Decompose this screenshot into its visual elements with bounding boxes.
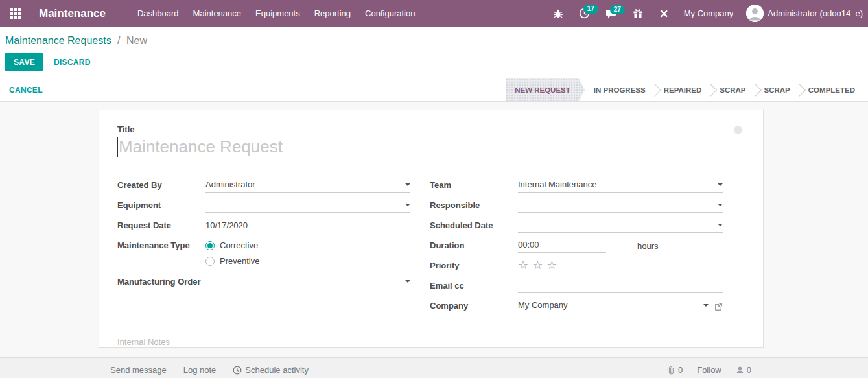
- dropdown-caret-icon[interactable]: [405, 280, 410, 283]
- radio-corrective-label: Corrective: [220, 241, 258, 250]
- company-switcher[interactable]: My Company: [684, 8, 734, 18]
- stage-scrap-1[interactable]: SCRAP: [710, 78, 755, 101]
- dropdown-caret-icon[interactable]: [703, 304, 709, 307]
- field-priority: Priority ☆ ☆ ☆: [430, 259, 723, 274]
- debug-bug-button[interactable]: [547, 3, 569, 24]
- request-date-value[interactable]: 10/17/2020: [205, 219, 248, 230]
- external-link-button[interactable]: [714, 302, 723, 311]
- breadcrumb-parent-link[interactable]: Maintenance Requests: [5, 35, 111, 46]
- field-maintenance-type: Maintenance Type Corrective Preventive: [117, 239, 410, 266]
- schedule-activity-label: Schedule activity: [245, 365, 309, 375]
- priority-stars: ☆ ☆ ☆: [518, 259, 557, 271]
- stage-label: REPAIRED: [664, 86, 702, 94]
- manufacturing-order-label: Manufacturing Order: [117, 275, 205, 287]
- field-columns: Created By Administrator Equipment Reque…: [117, 178, 744, 319]
- send-message-button[interactable]: Send message: [110, 365, 167, 375]
- apps-menu-button[interactable]: [0, 0, 30, 27]
- radio-corrective[interactable]: Corrective: [205, 241, 259, 250]
- field-equipment: Equipment: [117, 198, 410, 214]
- radio-selected-icon: [205, 241, 215, 250]
- created-by-label: Created By: [117, 178, 205, 190]
- star-icon[interactable]: ☆: [518, 259, 528, 271]
- gift-button[interactable]: [627, 3, 649, 24]
- follower-person-icon: [736, 366, 744, 374]
- log-note-button[interactable]: Log note: [183, 365, 217, 375]
- user-menu[interactable]: Administrator (odoo14_e): [746, 5, 863, 22]
- cancel-button[interactable]: CANCEL: [9, 86, 43, 95]
- support-tools-button[interactable]: [653, 3, 675, 24]
- left-column: Created By Administrator Equipment Reque…: [117, 178, 410, 319]
- messages-button[interactable]: 27: [600, 3, 623, 24]
- field-responsible: Responsible: [430, 198, 723, 214]
- stage-new-request[interactable]: NEW REQUEST: [506, 78, 585, 101]
- chatter-bar: Send message Log note Schedule activity …: [0, 357, 868, 378]
- dropdown-caret-icon[interactable]: [405, 183, 410, 186]
- team-value[interactable]: Internal Maintenance: [518, 180, 714, 189]
- title-field-label: Title: [117, 124, 744, 134]
- dropdown-caret-icon[interactable]: [718, 204, 723, 206]
- email-cc-label: Email cc: [430, 279, 518, 290]
- attachments-button[interactable]: 0: [667, 365, 683, 375]
- breadcrumb-separator: /: [117, 35, 120, 46]
- dropdown-caret-icon[interactable]: [718, 224, 723, 226]
- discard-button[interactable]: DISCARD: [54, 58, 91, 67]
- created-by-value[interactable]: Administrator: [205, 180, 401, 189]
- responsible-label: Responsible: [430, 198, 518, 210]
- radio-unselected-icon: [205, 257, 215, 266]
- stage-repaired[interactable]: REPAIRED: [655, 78, 711, 101]
- company-label: Company: [430, 299, 518, 311]
- breadcrumb: Maintenance Requests / New: [5, 32, 863, 53]
- maintenance-type-radio-group: Corrective Preventive: [205, 239, 259, 266]
- kanban-state-dot[interactable]: [734, 126, 742, 134]
- created-by-control[interactable]: Administrator: [205, 178, 410, 193]
- stage-in-progress[interactable]: IN PROGRESS: [585, 78, 655, 101]
- company-control[interactable]: My Company: [518, 299, 723, 313]
- schedule-activity-button[interactable]: Schedule activity: [233, 365, 309, 375]
- star-icon[interactable]: ☆: [532, 259, 543, 271]
- bug-icon: [553, 8, 563, 19]
- menu-reporting[interactable]: Reporting: [309, 1, 357, 26]
- form-view-background: Title Created By Administrator Equipment: [0, 102, 868, 357]
- duration-input[interactable]: 00:00: [518, 240, 606, 250]
- dropdown-caret-icon[interactable]: [405, 204, 410, 206]
- scheduled-date-control[interactable]: [518, 219, 723, 233]
- company-value[interactable]: My Company: [518, 300, 699, 310]
- right-column: Team Internal Maintenance Responsible Sc…: [430, 178, 723, 319]
- menu-equipments[interactable]: Equipments: [250, 1, 306, 26]
- menu-dashboard[interactable]: Dashboard: [132, 1, 185, 26]
- field-request-date: Request Date 10/17/2020: [117, 219, 410, 234]
- maintenance-type-label: Maintenance Type: [117, 239, 205, 250]
- stage-completed[interactable]: COMPLETED: [799, 78, 864, 101]
- apps-grid-icon: [10, 8, 21, 19]
- gift-icon: [633, 8, 643, 19]
- paperclip-icon: [667, 366, 675, 375]
- equipment-control[interactable]: [205, 198, 410, 213]
- team-control[interactable]: Internal Maintenance: [518, 178, 723, 193]
- followers-button[interactable]: 0: [736, 365, 751, 375]
- user-avatar: [746, 5, 764, 22]
- save-button[interactable]: SAVE: [5, 53, 43, 71]
- title-input-wrap: [117, 136, 492, 161]
- radio-preventive[interactable]: Preventive: [205, 256, 259, 266]
- action-buttons-row: SAVE DISCARD: [5, 53, 863, 78]
- manufacturing-order-control[interactable]: [205, 275, 410, 289]
- activities-button[interactable]: 17: [573, 3, 596, 24]
- field-duration: Duration 00:00 hours: [430, 239, 723, 254]
- stage-label: COMPLETED: [808, 86, 855, 94]
- crossed-tools-icon: [659, 8, 669, 19]
- person-silhouette-icon: [746, 5, 764, 22]
- app-title[interactable]: Maintenance: [39, 7, 106, 20]
- stage-label: SCRAP: [720, 86, 745, 94]
- activity-count-badge: 17: [583, 5, 598, 14]
- internal-notes-field[interactable]: Internal Notes: [117, 337, 744, 347]
- dropdown-caret-icon[interactable]: [718, 183, 723, 186]
- email-cc-control[interactable]: [518, 279, 723, 293]
- responsible-control[interactable]: [518, 198, 723, 213]
- menu-maintenance[interactable]: Maintenance: [187, 1, 247, 26]
- star-icon[interactable]: ☆: [546, 259, 557, 271]
- title-input[interactable]: [119, 137, 492, 157]
- text-cursor: [117, 137, 118, 157]
- follow-button[interactable]: Follow: [697, 365, 721, 375]
- menu-configuration[interactable]: Configuration: [359, 1, 421, 26]
- field-scheduled-date: Scheduled Date: [430, 219, 723, 234]
